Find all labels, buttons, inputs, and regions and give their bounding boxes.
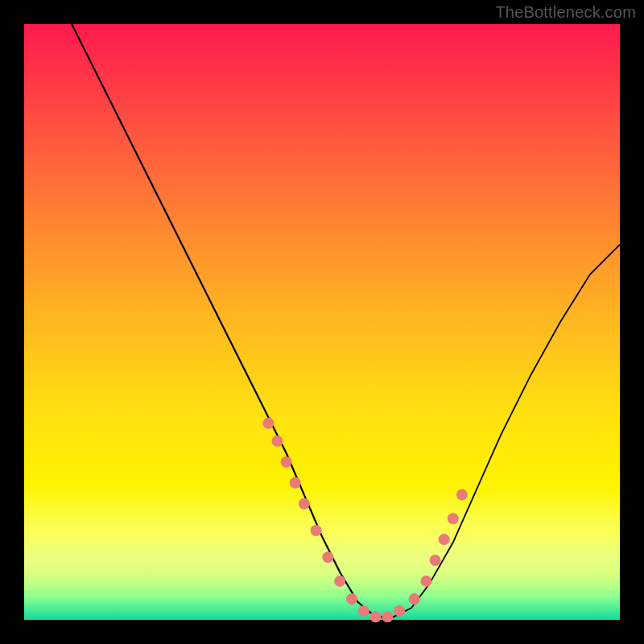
marker-dot bbox=[346, 593, 357, 605]
marker-dot bbox=[421, 576, 432, 587]
marker-dot bbox=[290, 477, 301, 489]
bottleneck-curve-right bbox=[376, 245, 620, 617]
marker-dot bbox=[370, 611, 382, 622]
marker-dot bbox=[456, 489, 468, 501]
marker-dot bbox=[439, 534, 450, 545]
marker-dot bbox=[262, 418, 274, 429]
marker-dot bbox=[448, 513, 459, 524]
bottleneck-curve-left bbox=[72, 24, 394, 617]
marker-group bbox=[262, 418, 468, 623]
marker-dot bbox=[299, 498, 310, 510]
marker-dot bbox=[311, 525, 322, 536]
marker-dot bbox=[382, 611, 393, 622]
curve-layer bbox=[24, 24, 620, 620]
plot-frame bbox=[24, 24, 620, 620]
marker-dot bbox=[281, 456, 292, 468]
marker-dot bbox=[430, 555, 441, 566]
marker-dot bbox=[409, 593, 420, 605]
marker-dot bbox=[394, 605, 405, 617]
marker-dot bbox=[272, 436, 283, 447]
marker-dot bbox=[322, 551, 333, 563]
marker-dot bbox=[334, 576, 345, 587]
attribution-text: TheBottleneck.com bbox=[495, 3, 636, 22]
marker-dot bbox=[358, 605, 369, 617]
